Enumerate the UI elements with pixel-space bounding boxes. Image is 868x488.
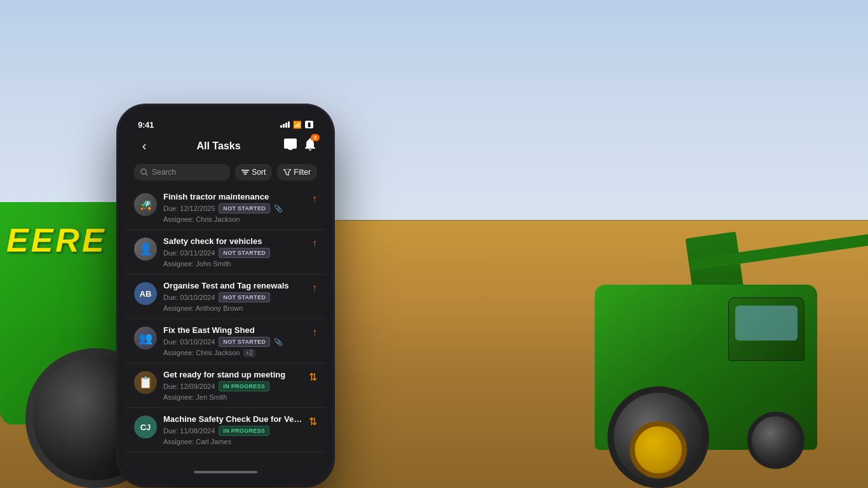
task-assignee: Assignee: John Smith xyxy=(163,260,306,268)
back-button[interactable]: ‹ xyxy=(135,139,153,153)
battery-icon: ▮ xyxy=(305,121,313,128)
sort-label: Sort xyxy=(252,168,266,177)
task-meta: Due: 03/11/2024 NOT STARTED xyxy=(163,248,306,258)
sort-button[interactable]: Sort xyxy=(235,164,272,180)
task-meta: Due: 03/10/2024 NOT STARTED xyxy=(163,292,306,302)
filter-button[interactable]: Filter xyxy=(277,164,317,180)
task-title: Machine Safety Check Due for Vehicles... xyxy=(163,414,302,424)
priority-icon: ↑ xyxy=(312,193,317,205)
task-item[interactable]: 👤 Safety check for vehicles Due: 03/11/2… xyxy=(125,230,326,274)
task-due: Due: 12/09/2024 xyxy=(163,383,215,390)
task-item[interactable]: 👥 Fix the East Wing Shed Due: 03/10/2024… xyxy=(125,319,326,363)
attachment-icon: 📎 xyxy=(274,338,283,346)
task-content: Fix the East Wing Shed Due: 03/10/2024 N… xyxy=(163,325,306,356)
task-content: Finish tractor maintenance Due: 12/12/20… xyxy=(163,192,306,223)
chat-icon xyxy=(284,139,297,150)
page-title: All Tasks xyxy=(196,140,240,152)
task-item[interactable]: 📋 Get ready for stand up meeting Due: 12… xyxy=(125,363,326,408)
task-title: Organise Test and Tag renewals xyxy=(163,281,306,290)
signal-icon xyxy=(280,121,290,128)
phone-screen: 9:41 📶 ▮ ‹ All Tasks xyxy=(125,112,326,478)
status-time: 9:41 xyxy=(138,120,154,130)
attachment-icon: 📎 xyxy=(274,205,283,213)
task-item[interactable]: 🚜 Finish tractor maintenance Due: 12/12/… xyxy=(125,186,326,230)
status-badge: NOT STARTED xyxy=(219,203,270,214)
assignee-extra: +2 xyxy=(243,349,255,357)
sort-icon xyxy=(241,169,249,175)
search-input[interactable]: Search xyxy=(152,168,176,177)
task-due: Due: 03/11/2024 xyxy=(163,249,215,257)
task-list: 🚜 Finish tractor maintenance Due: 12/12/… xyxy=(125,186,326,466)
notifications-button[interactable]: 3 xyxy=(304,138,316,154)
task-assignee: Assignee: Chris Jackson +2 xyxy=(163,349,306,356)
avatar: 👥 xyxy=(134,327,157,349)
combine-cab xyxy=(728,297,804,361)
task-content: Get ready for stand up meeting Due: 12/0… xyxy=(163,370,302,401)
combine-wheel-yellow xyxy=(630,421,687,478)
filter-icon xyxy=(283,169,291,175)
avatar: 👤 xyxy=(134,238,157,261)
task-item[interactable]: AB Organise Test and Tag renewals Due: 0… xyxy=(125,274,326,319)
task-item[interactable]: CJ Machine Safety Check Due for Vehicles… xyxy=(125,408,326,452)
tractor-brand-text: EERE xyxy=(6,221,107,259)
home-bar xyxy=(194,471,257,473)
status-bar: 9:41 📶 ▮ xyxy=(125,112,326,133)
priority-icon: ↑ xyxy=(312,327,317,338)
task-meta: Due: 03/10/2024 NOT STARTED 📎 xyxy=(163,337,306,347)
filter-label: Filter xyxy=(294,168,311,177)
task-assignee: Assignee: Anthony Brown xyxy=(163,304,306,312)
task-meta: Due: 12/12/2025 NOT STARTED 📎 xyxy=(163,203,306,214)
task-content: Organise Test and Tag renewals Due: 03/1… xyxy=(163,281,306,312)
status-icons: 📶 ▮ xyxy=(280,121,313,129)
avatar: 🚜 xyxy=(134,193,157,216)
svg-point-0 xyxy=(141,169,146,174)
task-content: Machine Safety Check Due for Vehicles...… xyxy=(163,414,302,445)
avatar: AB xyxy=(134,282,157,305)
task-due: Due: 12/12/2025 xyxy=(163,205,215,212)
phone-mockup: 9:41 📶 ▮ ‹ All Tasks xyxy=(118,105,334,486)
task-title: Safety check for vehicles xyxy=(163,236,306,246)
avatar: 📋 xyxy=(134,371,157,394)
priority-icon: ⇅ xyxy=(309,416,317,428)
search-sort-bar: Search Sort Filter xyxy=(125,160,326,186)
status-badge: IN PROGRESS xyxy=(219,426,269,436)
task-title: Fix the East Wing Shed xyxy=(163,325,306,335)
task-due: Due: 03/10/2024 xyxy=(163,338,215,346)
status-badge: NOT STARTED xyxy=(219,248,270,258)
task-meta: Due: 12/09/2024 IN PROGRESS xyxy=(163,381,302,391)
task-assignee: Assignee: Jen Smith xyxy=(163,393,302,401)
task-title: Get ready for stand up meeting xyxy=(163,370,302,379)
header-actions: 3 xyxy=(284,138,316,154)
combine-cab-window xyxy=(735,306,797,341)
svg-line-1 xyxy=(146,174,148,176)
app-header: ‹ All Tasks 3 xyxy=(125,133,326,160)
task-due: Due: 03/10/2024 xyxy=(163,294,215,301)
task-content: Safety check for vehicles Due: 03/11/202… xyxy=(163,236,306,268)
status-badge: IN PROGRESS xyxy=(219,381,269,391)
task-assignee: Assignee: Carl James xyxy=(163,438,302,445)
avatar: CJ xyxy=(134,416,157,438)
priority-icon: ↑ xyxy=(312,282,317,294)
notification-badge: 3 xyxy=(311,134,320,141)
task-title: Finish tractor maintenance xyxy=(163,192,306,201)
combine-wheel-small xyxy=(747,412,804,469)
combine-harvester xyxy=(595,285,817,450)
priority-icon: ⇅ xyxy=(309,371,317,383)
wifi-icon: 📶 xyxy=(293,121,302,129)
status-badge: NOT STARTED xyxy=(219,337,270,347)
chat-button[interactable] xyxy=(284,139,297,153)
task-meta: Due: 11/08/2024 IN PROGRESS xyxy=(163,426,302,436)
status-badge: NOT STARTED xyxy=(219,292,270,302)
phone-frame: 9:41 📶 ▮ ‹ All Tasks xyxy=(118,105,334,486)
home-indicator xyxy=(125,466,326,478)
search-icon xyxy=(140,168,148,176)
task-due: Due: 11/08/2024 xyxy=(163,427,215,435)
priority-icon: ↑ xyxy=(312,238,317,249)
task-assignee: Assignee: Chris Jackson xyxy=(163,215,306,223)
search-input-wrap[interactable]: Search xyxy=(134,164,230,180)
